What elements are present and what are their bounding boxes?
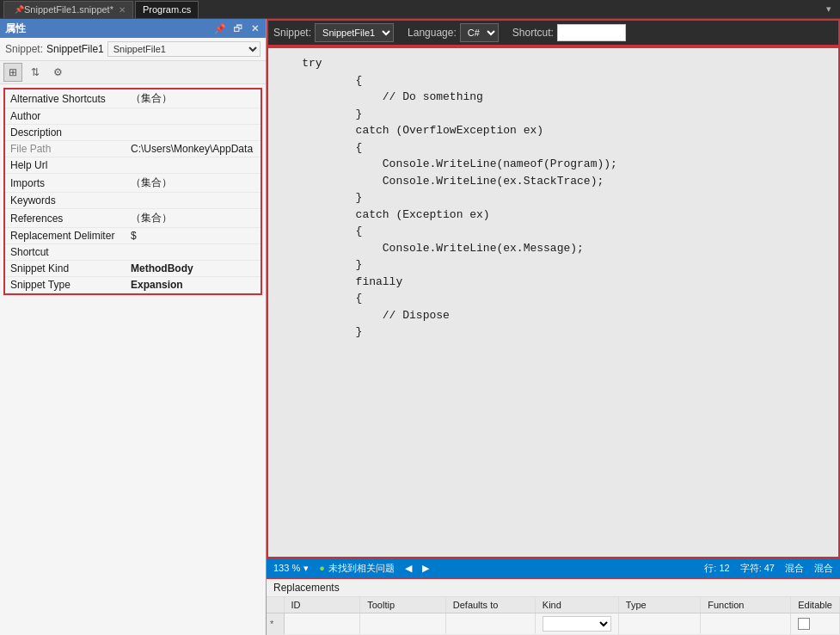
gear-button[interactable]: ⚙ <box>48 63 67 82</box>
snippet-toolbar-label: Snippet: <box>273 27 311 39</box>
encoding1-info: 混合 <box>785 562 804 575</box>
panel-pin-icon[interactable]: 📌 <box>214 22 226 34</box>
cell-editable[interactable] <box>791 613 840 635</box>
app-container: 📌 SnippetFile1.snippet* ✕ Program.cs ▾ 属… <box>0 0 840 635</box>
prop-value-filepath: C:\Users\Monkey\AppData <box>126 141 261 157</box>
prop-value-snippet-kind: MethodBody <box>126 261 261 277</box>
prop-name-filepath: File Path <box>5 141 126 157</box>
zoom-value: 133 % <box>273 563 300 573</box>
content-area: 属性 📌 🗗 ✕ Snippet: SnippetFile1 SnippetFi… <box>0 19 840 635</box>
properties-outer-box: Alternative Shortcuts （集合） Author Descri… <box>3 88 262 295</box>
status-text: ● 未找到相关问题 <box>319 562 395 575</box>
shortcut-label: Shortcut: <box>512 27 554 39</box>
nav-arrows: ◀ ▶ <box>405 563 429 574</box>
line-info: 行: 12 <box>704 562 729 575</box>
defaults-input[interactable] <box>453 619 528 629</box>
zoom-dropdown-icon[interactable]: ▾ <box>304 563 309 574</box>
tooltip-input[interactable] <box>367 619 438 629</box>
panel-title: 属性 <box>5 22 26 36</box>
tab-bar: 📌 SnippetFile1.snippet* ✕ Program.cs ▾ <box>0 0 840 19</box>
replacements-row-1: * <box>267 613 840 635</box>
snippet-select[interactable]: SnippetFile1 <box>107 41 261 57</box>
col-function: Function <box>701 597 791 613</box>
prop-value-author <box>126 108 261 125</box>
prop-name-description: Description <box>5 125 126 141</box>
prop-name-author: Author <box>5 108 126 125</box>
tab-bar-collapse[interactable]: ▾ <box>821 3 837 15</box>
sort-view-button[interactable]: ⇅ <box>26 63 45 82</box>
col-marker <box>267 597 284 613</box>
function-input[interactable] <box>708 619 783 629</box>
row-marker: * <box>267 613 284 635</box>
language-label: Language: <box>408 27 457 39</box>
panel-title-bar: 属性 📌 🗗 ✕ <box>0 19 266 38</box>
status-info: 行: 12 字符: 47 混合 混合 <box>704 562 833 575</box>
editable-checkbox[interactable] <box>798 618 810 630</box>
prop-row-references[interactable]: References （集合） <box>5 209 261 228</box>
type-input[interactable] <box>626 619 693 629</box>
prop-name-imports: Imports <box>5 174 126 193</box>
status-message: 未找到相关问题 <box>328 562 395 575</box>
snippet-toolbar-select[interactable]: SnippetFile1 <box>315 23 394 42</box>
prop-name-shortcut: Shortcut <box>5 244 126 261</box>
col-kind: Kind <box>535 597 618 613</box>
cell-function[interactable] <box>701 613 791 635</box>
char-info: 字符: 47 <box>740 562 775 575</box>
panel-close-icon[interactable]: ✕ <box>248 22 261 34</box>
replacements-title: Replacements <box>267 579 840 597</box>
tab-snippet-label: SnippetFile1.snippet* <box>24 4 113 15</box>
cell-type[interactable] <box>618 613 700 635</box>
cell-kind[interactable] <box>535 613 618 635</box>
snippet-header: Snippet: SnippetFile1 SnippetFile1 <box>0 38 266 61</box>
prop-row-replacement-delimiter[interactable]: Replacement Delimiter $ <box>5 228 261 244</box>
status-bar: 133 % ▾ ● 未找到相关问题 ◀ ▶ 行: 12 字符: 47 混合 混合 <box>267 558 840 577</box>
cell-id[interactable] <box>284 613 360 635</box>
id-input[interactable] <box>291 619 353 629</box>
prop-value-snippet-type: Expansion <box>126 277 261 293</box>
nav-left-icon[interactable]: ◀ <box>405 563 412 574</box>
nav-right-icon[interactable]: ▶ <box>422 563 429 574</box>
cell-tooltip[interactable] <box>360 613 446 635</box>
cell-defaults[interactable] <box>445 613 535 635</box>
tab-program[interactable]: Program.cs <box>135 1 199 18</box>
prop-row-filepath[interactable]: File Path C:\Users\Monkey\AppData <box>5 141 261 157</box>
code-editor[interactable]: try { // Do something } catch (OverflowE… <box>267 46 840 558</box>
properties-table: Alternative Shortcuts （集合） Author Descri… <box>5 89 261 293</box>
prop-value-replacement-delimiter: $ <box>126 228 261 244</box>
right-panel: Snippet: SnippetFile1 Language: C# Short… <box>267 19 840 635</box>
prop-toolbar: ⊞ ⇅ ⚙ <box>0 61 266 84</box>
kind-dropdown[interactable] <box>543 616 611 632</box>
tab-snippet-close[interactable]: ✕ <box>119 5 126 15</box>
bottom-panel: Replacements ID Tooltip Defaults to Kind… <box>267 577 840 635</box>
snippet-label: Snippet: <box>5 43 43 55</box>
tab-snippet[interactable]: 📌 SnippetFile1.snippet* ✕ <box>3 1 133 18</box>
prop-row-imports[interactable]: Imports （集合） <box>5 174 261 193</box>
col-defaults: Defaults to <box>445 597 535 613</box>
prop-row-shortcut[interactable]: Shortcut <box>5 244 261 261</box>
prop-row-description[interactable]: Description <box>5 125 261 141</box>
prop-row-snippet-type[interactable]: Snippet Type Expansion <box>5 277 261 293</box>
replacements-header-row: ID Tooltip Defaults to Kind Type Functio… <box>267 597 840 613</box>
col-type: Type <box>618 597 700 613</box>
language-select[interactable]: C# <box>460 23 499 42</box>
shortcut-input[interactable] <box>557 24 626 41</box>
prop-row-snippet-kind[interactable]: Snippet Kind MethodBody <box>5 261 261 277</box>
replacements-table: ID Tooltip Defaults to Kind Type Functio… <box>267 597 840 635</box>
pin-icon: 📌 <box>15 5 24 14</box>
prop-value-description <box>126 125 261 141</box>
prop-row-keywords[interactable]: Keywords <box>5 193 261 209</box>
prop-name-replacement-delimiter: Replacement Delimiter <box>5 228 126 244</box>
panel-float-icon[interactable]: 🗗 <box>231 22 243 34</box>
prop-name-keywords: Keywords <box>5 193 126 209</box>
prop-row-author[interactable]: Author <box>5 108 261 125</box>
prop-value-imports: （集合） <box>126 174 261 193</box>
prop-row-alternative-shortcuts[interactable]: Alternative Shortcuts （集合） <box>5 89 261 108</box>
tab-program-label: Program.cs <box>143 4 191 15</box>
snippet-value: SnippetFile1 <box>46 43 104 55</box>
prop-row-helpurl[interactable]: Help Url <box>5 157 261 174</box>
prop-value-shortcut <box>126 244 261 261</box>
prop-name-helpurl: Help Url <box>5 157 126 174</box>
prop-value-keywords <box>126 193 261 209</box>
status-ok-icon: ● <box>319 563 325 573</box>
grid-view-button[interactable]: ⊞ <box>3 63 22 82</box>
